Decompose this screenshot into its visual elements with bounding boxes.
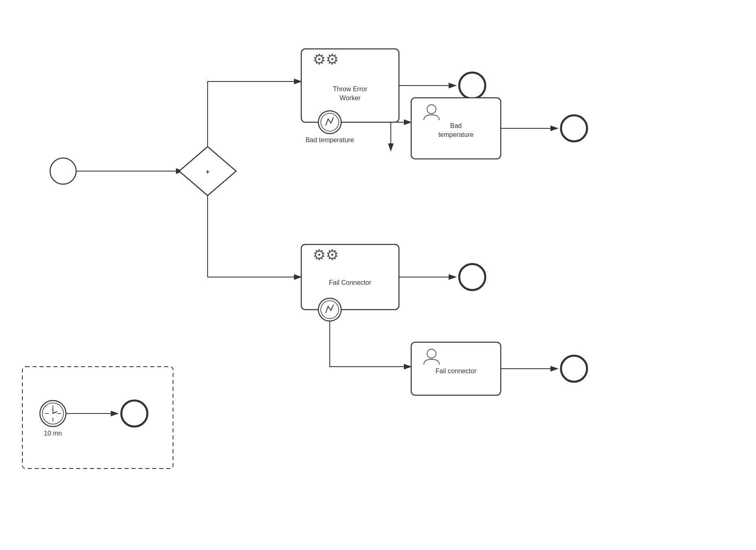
bpmn-diagram: + ⚙⚙ Throw Error Worker Bad temperature: [0, 0, 756, 550]
subprocess-end-event[interactable]: [121, 400, 147, 427]
flow-gateway-to-fail-connector: [208, 196, 301, 277]
fail-connector-task2-label: Fail connector: [436, 367, 477, 374]
diagram-container: + ⚙⚙ Throw Error Worker Bad temperature: [0, 0, 756, 550]
fail-connector-gear-icon: ⚙⚙: [313, 246, 339, 263]
end-event-3[interactable]: [459, 264, 485, 290]
timer-label: 10 mn: [44, 430, 62, 437]
end-event-1[interactable]: [459, 73, 485, 99]
throw-error-worker-label2: Worker: [340, 95, 361, 101]
bad-temperature-task-label1: Bad: [450, 122, 462, 129]
fail-connector-boundary-event-inner: [321, 301, 339, 319]
gateway-label: +: [206, 168, 209, 175]
throw-error-gear-icon: ⚙⚙: [313, 51, 339, 68]
flow-fail-boundary-to-task: [330, 321, 411, 367]
start-event[interactable]: [50, 158, 76, 184]
bad-temperature-task-label2: temperature: [438, 131, 473, 138]
end-event-2[interactable]: [561, 115, 587, 141]
throw-error-worker-label: Throw Error: [333, 86, 368, 92]
bad-temperature-event-label: Bad temperature: [305, 136, 354, 143]
end-event-4[interactable]: [561, 356, 587, 382]
fail-connector-label: Fail Connector: [329, 279, 372, 286]
flow-gateway-to-throw-error: [208, 81, 301, 147]
throw-error-boundary-event-inner: [321, 113, 339, 131]
